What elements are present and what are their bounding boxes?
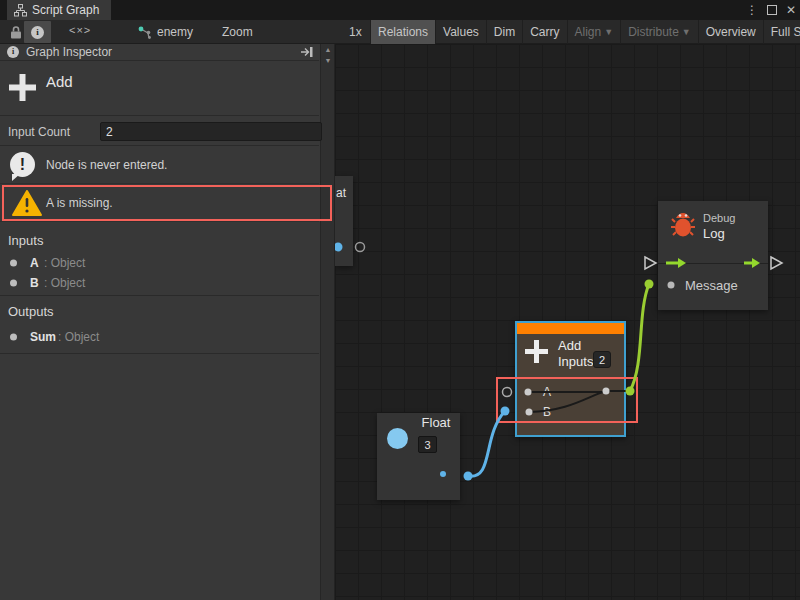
zoom-level: 1x xyxy=(349,25,362,39)
scroll-down-icon[interactable]: ▼ xyxy=(321,55,335,66)
float-type-icon xyxy=(387,428,408,449)
debug-node-category: Debug xyxy=(703,212,735,224)
empty-port-circle[interactable] xyxy=(356,243,365,252)
selected-node-summary: Add xyxy=(0,61,319,116)
input-count-row: Input Count xyxy=(0,117,319,146)
divider xyxy=(0,295,319,296)
carry-button[interactable]: Carry xyxy=(522,20,566,44)
code-view-icon[interactable]: <×> xyxy=(69,24,91,36)
lock-icon[interactable] xyxy=(10,26,22,39)
float-value-field[interactable]: 3 xyxy=(418,436,437,453)
tab-script-graph[interactable]: Script Graph xyxy=(7,0,111,20)
add-node-title: Inputs xyxy=(558,354,593,369)
port-row-b: B : Object xyxy=(0,273,319,293)
node-link-icon xyxy=(138,25,152,39)
port-dot xyxy=(10,334,17,341)
values-button[interactable]: Values xyxy=(435,20,486,44)
dock-panel-icon[interactable] xyxy=(300,46,314,58)
port-dot xyxy=(10,280,17,287)
wire-endpoint-dot[interactable] xyxy=(464,472,473,481)
plus-icon xyxy=(523,338,550,365)
port-name: A xyxy=(30,256,39,270)
inspector-header: i Graph Inspector xyxy=(0,44,319,61)
chevron-down-icon: ▼ xyxy=(682,27,691,37)
graph-canvas[interactable]: at Float 3 Add Inputs 2 A B Debug Log Me… xyxy=(335,44,800,600)
graph-toolbar: i <×> enemy Zoom 1x Relations Values Dim… xyxy=(0,20,800,44)
inspector-scrollbar[interactable]: ▲ ▼ xyxy=(320,44,334,600)
overview-button[interactable]: Overview xyxy=(698,20,763,44)
flow-out-triangle[interactable] xyxy=(771,257,782,269)
inspector-toggle-button[interactable]: i xyxy=(24,21,51,43)
inspector-title: Graph Inspector xyxy=(26,45,112,59)
chevron-down-icon: ▼ xyxy=(604,27,613,37)
error-highlight-box xyxy=(496,377,638,423)
graph-reference-label: enemy xyxy=(157,25,193,39)
node-header-bar xyxy=(517,323,624,334)
warning-triangle-icon xyxy=(12,190,42,216)
inputs-header: Inputs xyxy=(8,233,43,248)
port-type: : Object xyxy=(58,330,99,344)
message-text: A is missing. xyxy=(46,196,113,210)
input-count-field[interactable] xyxy=(100,122,322,141)
debug-node-title: Log xyxy=(703,226,725,241)
window-maximize-icon[interactable] xyxy=(767,5,777,15)
node-divider xyxy=(658,263,768,264)
port-type: : Object xyxy=(44,256,85,270)
divider xyxy=(0,353,319,354)
scroll-up-icon[interactable]: ▲ xyxy=(321,44,335,55)
script-graph-icon xyxy=(14,4,27,17)
dim-button[interactable]: Dim xyxy=(486,20,522,44)
wire-endpoint-dot[interactable] xyxy=(645,280,654,289)
fullscreen-button[interactable]: Full Screen xyxy=(763,20,800,44)
port-row-sum: Sum : Object xyxy=(0,327,319,347)
message-text: Node is never entered. xyxy=(46,158,167,172)
port-row-a: A : Object xyxy=(0,253,319,273)
port-name: B xyxy=(30,276,39,290)
wire-sum-to-message[interactable] xyxy=(630,284,649,391)
input-count-badge[interactable]: 2 xyxy=(593,351,611,368)
port-type: : Object xyxy=(44,276,85,290)
add-node-title: Add xyxy=(558,338,581,353)
window-menu-icon[interactable]: ⋮ xyxy=(746,3,758,17)
message-node-never-entered: ! Node is never entered. xyxy=(0,147,319,184)
align-dropdown[interactable]: Align ▼ xyxy=(567,20,621,44)
plus-icon xyxy=(7,72,38,103)
graph-inspector-panel: i Graph Inspector ▲ ▼ Add Input Count ! … xyxy=(0,44,335,600)
port-dot xyxy=(10,260,17,267)
bug-icon xyxy=(671,209,695,239)
input-count-label: Input Count xyxy=(8,125,70,139)
node-title: Add xyxy=(46,73,73,90)
float-node-title: Float xyxy=(413,415,459,430)
info-icon: i xyxy=(31,26,44,39)
window-titlebar: Script Graph ⋮ ✕ xyxy=(0,0,800,20)
distribute-dropdown[interactable]: Distribute ▼ xyxy=(620,20,698,44)
port-name: Sum xyxy=(30,330,56,344)
message-port-label: Message xyxy=(685,278,738,293)
flow-in-triangle[interactable] xyxy=(645,257,656,269)
window-close-icon[interactable]: ✕ xyxy=(786,3,796,17)
relations-button[interactable]: Relations xyxy=(370,20,435,44)
speech-exclamation-icon: ! xyxy=(10,152,35,177)
tab-label: Script Graph xyxy=(32,3,99,17)
graph-reference[interactable]: enemy xyxy=(138,20,193,44)
zoom-label: Zoom xyxy=(222,25,253,39)
outputs-header: Outputs xyxy=(8,304,54,319)
node-title-clipped: at xyxy=(336,186,346,200)
info-icon: i xyxy=(7,46,19,58)
message-a-is-missing: A is missing. xyxy=(0,184,319,222)
